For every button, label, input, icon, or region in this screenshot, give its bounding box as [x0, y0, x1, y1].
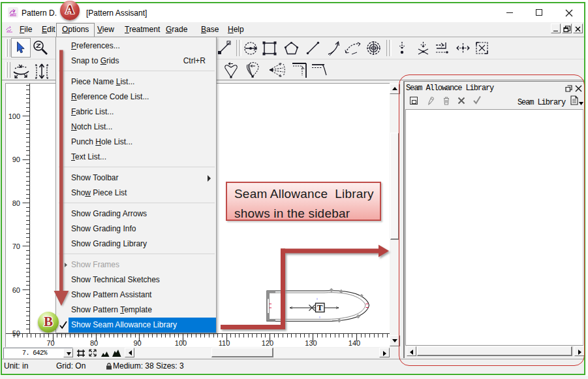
- svg-text:T: T: [317, 303, 323, 312]
